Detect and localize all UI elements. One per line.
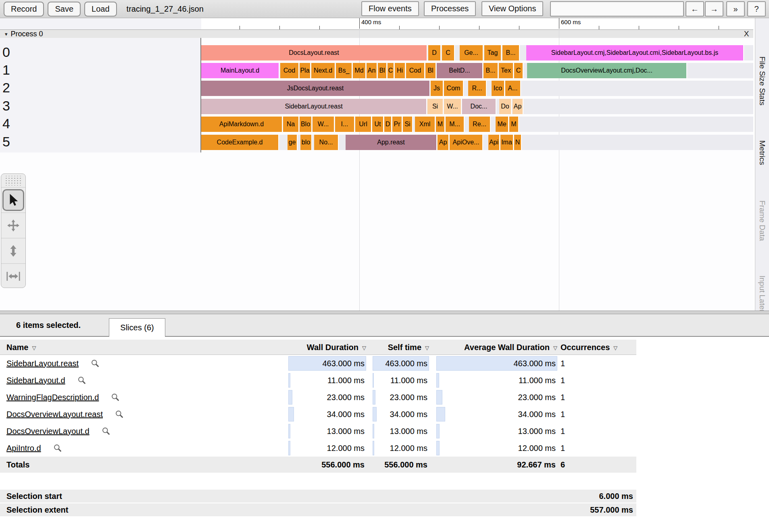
search-input[interactable] [550,1,684,17]
trace-slice[interactable]: A... [505,81,521,96]
trace-slice[interactable]: W... [313,117,335,132]
sidebar-tab-file-size-stats[interactable]: File Size Stats [758,56,767,105]
trace-slice[interactable]: Pr [392,117,402,132]
trace-slice[interactable]: Ap [513,99,523,114]
trace-slice[interactable]: Pla [300,63,311,78]
trace-slice[interactable]: Md [353,63,366,78]
help-button[interactable]: ? [747,1,766,17]
trace-slice[interactable]: CodeExample.d [201,135,279,150]
trace-slice[interactable]: DocsOverviewLayout.cmj,Doc... [527,63,687,78]
trace-canvas[interactable]: 0DocsLayout.reastDCGe...TagB...SidebarLa… [0,38,753,311]
trace-slice[interactable]: Ge... [460,45,483,61]
trace-slice[interactable]: ApiMarkdown.d [201,117,283,132]
sidebar-tab-input-latency[interactable]: Input Latency [758,275,767,311]
trace-slice[interactable]: Ut [372,117,384,132]
magnifier-icon[interactable] [77,376,86,385]
expand-toolbar-button[interactable]: » [726,1,745,17]
slice-name-link[interactable]: DocsOverviewLayout.d [6,427,90,436]
track-row[interactable]: CodeExample.dgebloNo...App.reastApApiOve… [201,135,753,150]
trace-slice[interactable]: C [514,63,523,78]
process-header[interactable]: ▾ Process 0 [0,29,753,38]
flow-events-button[interactable]: Flow events [361,1,419,16]
trace-slice[interactable]: Si [427,99,444,114]
table-row[interactable]: DocsOverviewLayout.d 13.000 ms 13.000 ms… [0,423,636,440]
trace-slice[interactable]: I... [335,117,355,132]
trace-slice[interactable]: Tag [484,45,502,61]
sidebar-tab-metrics[interactable]: Metrics [758,140,767,165]
table-row[interactable]: SidebarLayout.reast 463.000 ms 463.000 m… [0,355,636,372]
timing-tool-button[interactable] [1,263,25,288]
magnifier-icon[interactable] [91,359,100,368]
trace-slice[interactable]: Js [431,81,444,96]
close-track-button[interactable]: X [741,30,752,38]
trace-slice[interactable]: D [384,117,392,132]
track-row[interactable]: ApiMarkdown.dNaBloW...I...UrlUtDPrSiXmlM… [201,117,753,132]
trace-slice[interactable]: Com [444,81,464,96]
slice-name-link[interactable]: WarningFlagDescription.d [6,393,99,402]
trace-slice[interactable]: Cod [280,63,299,78]
trace-slice[interactable]: R... [468,81,487,96]
trace-slice[interactable]: M [436,117,445,132]
view-options-button[interactable]: View Options [481,1,543,16]
trace-slice[interactable]: Doc... [462,99,496,114]
selection-tool-button[interactable] [1,187,25,213]
pan-tool-button[interactable] [1,213,25,238]
trace-slice[interactable]: Do [499,99,512,114]
tab-slices[interactable]: Slices (6) [109,318,165,337]
trace-slice[interactable]: M [509,117,519,132]
magnifier-icon[interactable] [111,393,120,402]
trace-slice[interactable]: An [367,63,377,78]
time-ruler[interactable]: 400 ms600 ms [201,18,753,29]
trace-slice[interactable]: Bs_ [336,63,352,78]
trace-slice[interactable]: ge [288,135,298,150]
table-row[interactable]: DocsOverviewLayout.reast 34.000 ms 34.00… [0,406,636,423]
trace-slice[interactable]: Na [283,117,299,132]
column-header-name[interactable]: Name▽ [6,340,36,355]
save-button[interactable]: Save [48,2,81,17]
slice-name-link[interactable]: SidebarLayout.d [6,376,65,385]
sidebar-tab-frame-data[interactable]: Frame Data [758,200,767,241]
trace-slice[interactable]: Hi [395,63,406,78]
track-row[interactable]: JsDocsLayout.reastJsComR...IcoA... [201,81,753,96]
palette-grip-handle[interactable] [4,176,23,186]
trace-slice[interactable]: W... [444,99,462,114]
trace-slice[interactable]: N [514,135,522,150]
trace-slice[interactable]: D [428,45,441,61]
slice-name-link[interactable]: SidebarLayout.reast [6,359,79,368]
trace-slice[interactable]: Me [496,117,509,132]
trace-slice[interactable]: Bl [425,63,436,78]
trace-slice[interactable]: SidebarLayout.reast [201,99,427,114]
trace-slice[interactable]: App.reast [346,135,437,150]
trace-slice[interactable]: Url [355,117,372,132]
trace-slice[interactable]: ApiOve... [450,135,483,150]
trace-slice[interactable]: Ap [438,135,449,150]
trace-slice[interactable]: Blo [300,117,312,132]
slice-name-link[interactable]: DocsOverviewLayout.reast [6,410,103,419]
magnifier-icon[interactable] [53,444,62,453]
trace-slice[interactable]: C [388,63,394,78]
magnifier-icon[interactable] [115,410,124,419]
trace-slice[interactable]: No... [314,135,339,150]
zoom-tool-button[interactable] [1,238,25,263]
trace-slice[interactable]: Api [488,135,500,150]
trace-slice[interactable]: Tex [499,63,514,78]
trace-slice[interactable]: BeltD... [437,63,483,78]
load-button[interactable]: Load [84,2,117,17]
trace-slice[interactable]: Xml [415,117,436,132]
table-row[interactable]: SidebarLayout.d 11.000 ms 11.000 ms 11.0… [0,372,636,389]
trace-slice[interactable]: Next.d [311,63,336,78]
trace-slice[interactable]: Re... [469,117,491,132]
record-button[interactable]: Record [4,2,44,17]
column-header-average-wall-duration[interactable]: Average Wall Duration▽ [403,340,557,355]
trace-slice[interactable]: JsDocsLayout.reast [201,81,430,96]
find-previous-button[interactable]: ← [686,1,704,17]
trace-slice[interactable]: Ima [500,135,514,150]
trace-slice[interactable]: B... [483,63,498,78]
find-next-button[interactable]: → [705,1,723,17]
table-row[interactable]: ApiIntro.d 12.000 ms 12.000 ms 12.000 ms… [0,440,636,457]
track-row[interactable]: MainLayout.dCodPlaNext.dBs_MdAnBlCHiCodB… [201,63,753,78]
trace-slice[interactable]: DocsLayout.reast [201,45,427,61]
slice-name-link[interactable]: ApiIntro.d [6,444,41,453]
trace-slice[interactable]: MainLayout.d [201,63,279,78]
trace-slice[interactable]: Ico [492,81,505,96]
